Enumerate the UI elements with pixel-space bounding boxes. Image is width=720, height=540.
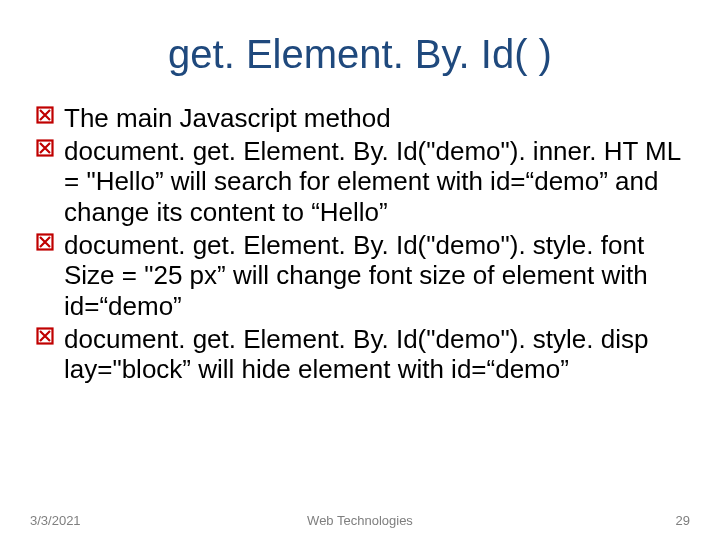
list-item: document. get. Element. By. Id("demo"). … xyxy=(34,324,686,385)
slide-footer: 3/3/2021 Web Technologies 29 xyxy=(0,513,720,528)
list-item: The main Javascript method xyxy=(34,103,686,134)
list-item: document. get. Element. By. Id("demo"). … xyxy=(34,136,686,228)
list-item-text: document. get. Element. By. Id("demo"). … xyxy=(64,324,648,385)
list-item-text: document. get. Element. By. Id("demo"). … xyxy=(64,136,680,227)
list-item: document. get. Element. By. Id("demo"). … xyxy=(34,230,686,322)
footer-page-number: 29 xyxy=(676,513,690,528)
footer-title: Web Technologies xyxy=(0,513,720,528)
slide: get. Element. By. Id( ) The main Javascr… xyxy=(0,0,720,540)
list-item-text: document. get. Element. By. Id("demo"). … xyxy=(64,230,648,321)
slide-body: The main Javascript method document. get… xyxy=(34,103,686,385)
list-item-text: The main Javascript method xyxy=(64,103,391,133)
slide-title: get. Element. By. Id( ) xyxy=(34,32,686,77)
